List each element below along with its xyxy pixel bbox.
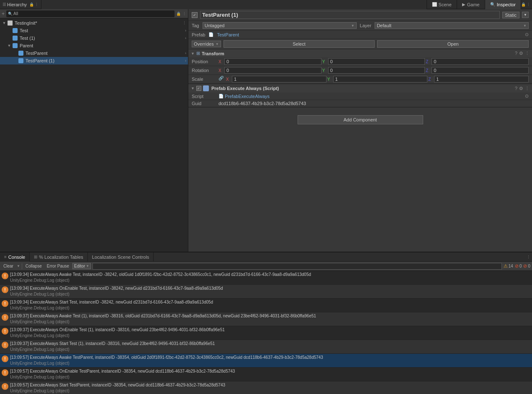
scale-row: Scale 🔗 X Y Z (188, 75, 532, 84)
tree-item-testparent1[interactable]: TestParent (1) › (0, 57, 188, 64)
prefab-script-header[interactable]: ▼ ✓ Prefab Execute Always (Script) ? ⚙ ⋮ (188, 84, 532, 93)
log-item-9[interactable]: ! [13:09:57] ExecuteAlways Start TestPar… (0, 381, 532, 394)
log-item-5[interactable]: ! [13:09:37] ExecuteAlways OnEnable Test… (0, 326, 532, 340)
prefab-buttons-row: Overrides ▼ Select Open (188, 39, 532, 49)
clear-dropdown-arrow[interactable]: ▼ (17, 264, 20, 268)
scale-z-field: Z (428, 76, 529, 82)
log-icon-2: ! (2, 286, 8, 293)
hierarchy-search-input[interactable] (13, 11, 173, 16)
log-item-3[interactable]: ! [13:09:34] ExecuteAlways Start Test, i… (0, 299, 532, 312)
tag-dropdown[interactable]: Untagged ▼ (203, 22, 357, 29)
tab-inspector[interactable]: 🔍 Inspector (485, 0, 521, 9)
hierarchy-options-icon[interactable]: ⋮ (182, 12, 186, 16)
add-icon[interactable]: + (2, 11, 5, 17)
console-search-input[interactable] (93, 263, 502, 270)
select-button[interactable]: Select (224, 40, 375, 48)
tree-item-testparent[interactable]: TestParent › (0, 49, 188, 57)
inspector-lock-icon[interactable]: 🔒 (521, 3, 526, 7)
prefab-label: Prefab (192, 32, 205, 37)
rotation-y-input[interactable] (328, 67, 425, 74)
position-x-input[interactable] (224, 58, 321, 65)
transform-menu-icon[interactable]: ⋮ (525, 51, 529, 56)
locscene-tab-label: Localization Scene Controls (92, 255, 149, 260)
go-name-input[interactable] (200, 11, 500, 19)
inspector-icon: 🔍 (490, 2, 495, 7)
rotation-z-field: Z (426, 67, 529, 74)
rotation-label: Rotation (192, 68, 217, 73)
static-dropdown-arrow[interactable]: ▼ (522, 12, 529, 18)
script-help-icon[interactable]: ? (515, 86, 517, 91)
transform-settings-icon[interactable]: ⚙ (519, 51, 523, 56)
script-settings-icon[interactable]: ⚙ (519, 86, 523, 91)
script-enabled-checkbox[interactable]: ✓ (196, 86, 201, 91)
tab-locscene[interactable]: Localization Scene Controls (88, 252, 154, 262)
inspector-panel: ✓ Static ▼ Tag Untagged ▼ Layer Default … (188, 9, 532, 252)
hierarchy-menu-icon[interactable]: ⋮ (35, 3, 39, 7)
localization-tab-icon: ⊞ (34, 255, 37, 259)
tree-arrow-parent: ▼ (7, 44, 12, 48)
script-menu-icon[interactable]: ⋮ (525, 86, 529, 91)
position-z-input[interactable] (432, 58, 529, 65)
tree-item-test[interactable]: Test › (0, 27, 188, 34)
hierarchy-lock-icon2[interactable]: 🔒 (176, 12, 181, 16)
position-y-input[interactable] (328, 58, 425, 65)
open-button[interactable]: Open (377, 40, 529, 48)
log-icon-4: ! (2, 314, 8, 321)
transform-help-icon[interactable]: ? (515, 51, 517, 56)
layer-dropdown[interactable]: Default ▼ (375, 22, 529, 29)
rotation-xyz: X Y Z (218, 67, 529, 74)
editor-dropdown-arrow: ▼ (86, 264, 89, 268)
overrides-dropdown[interactable]: Overrides ▼ (192, 41, 221, 47)
tab-scene-label: Scene (439, 2, 452, 7)
bottom-panel-menu-icon[interactable]: ⋮ (527, 255, 530, 259)
log-icon-3: ! (2, 300, 8, 307)
console-counts: ⚠ 14 ⊘ 0 ⊘ 0 (504, 263, 530, 269)
console-tab-label: Console (8, 255, 25, 260)
log-item-7[interactable]: ! [13:09:57] ExecuteAlways Awake TestPar… (0, 354, 532, 368)
tree-item-parent[interactable]: ▼ Parent (0, 42, 188, 49)
log-item-1[interactable]: ! [13:09:34] ExecuteAlways Awake Test, i… (0, 271, 532, 285)
editor-dropdown[interactable]: Editor ▼ (72, 263, 91, 269)
rotation-z-input[interactable] (432, 67, 529, 74)
add-component-button[interactable]: Add Component (298, 115, 423, 124)
rotation-x-input[interactable] (224, 67, 321, 74)
transform-header[interactable]: ▼ ⊞ Transform ? ⚙ ⋮ (188, 49, 532, 57)
clear-button[interactable]: Clear (2, 263, 15, 269)
tab-game[interactable]: ▶ Game (457, 0, 485, 9)
log-text-6: [13:09:37] ExecuteAlways Start Test (1),… (10, 341, 530, 353)
error-pause-button[interactable]: Error Pause (45, 263, 71, 269)
tag-dropdown-arrow: ▼ (351, 24, 355, 28)
static-button[interactable]: Static (502, 12, 520, 18)
script-collapse-arrow: ▼ (191, 86, 195, 90)
hierarchy-search[interactable]: 🔍 (6, 10, 175, 17)
localization-tab-label: % Localization Tables (39, 255, 83, 260)
inspector-menu-icon[interactable]: ⋮ (527, 3, 530, 7)
rotation-row: Rotation X Y Z (188, 66, 532, 75)
collapse-button[interactable]: Collapse (24, 263, 44, 269)
scale-lock-icon[interactable]: 🔗 (218, 76, 224, 82)
scale-z-input[interactable] (434, 76, 529, 82)
log-item-6[interactable]: ! [13:09:37] ExecuteAlways Start Test (1… (0, 340, 532, 354)
tab-scene[interactable]: ⬜ Scene (427, 0, 457, 9)
prefab-script-section: ▼ ✓ Prefab Execute Always (Script) ? ⚙ ⋮… (188, 84, 532, 108)
tab-inspector-label: Inspector (497, 2, 516, 7)
prefab-target-icon[interactable]: ⊙ (525, 32, 529, 37)
hierarchy-tab-label[interactable]: Hierarchy (7, 2, 27, 7)
script-target-icon[interactable]: ⊙ (525, 93, 529, 99)
hierarchy-lock-icon[interactable]: 🔒 (29, 3, 34, 7)
log-item-2[interactable]: ! [13:09:34] ExecuteAlways OnEnable Test… (0, 285, 532, 299)
scale-y-input[interactable] (333, 76, 428, 82)
rotation-x-field: X (218, 67, 321, 74)
add-component-container: Add Component (188, 108, 532, 132)
scale-y-field: Y (327, 76, 428, 82)
tree-item-test1[interactable]: Test (1) › (0, 34, 188, 42)
log-item-4[interactable]: ! [13:09:37] ExecuteAlways Awake Test (1… (0, 312, 532, 326)
tree-options-testinginit[interactable]: ⋮ (182, 21, 186, 25)
tree-item-testinginit[interactable]: ▼ TestingInit* ⋮ (0, 19, 188, 27)
scale-x-input[interactable] (232, 76, 326, 82)
tab-console[interactable]: ≡ Console (0, 252, 30, 262)
tab-localization[interactable]: ⊞ % Localization Tables (30, 252, 88, 262)
go-enabled-checkbox[interactable]: ✓ (192, 12, 198, 18)
warning-icon: ⚠ (504, 263, 508, 269)
log-item-8[interactable]: ! [13:09:57] ExecuteAlways OnEnable Test… (0, 368, 532, 381)
